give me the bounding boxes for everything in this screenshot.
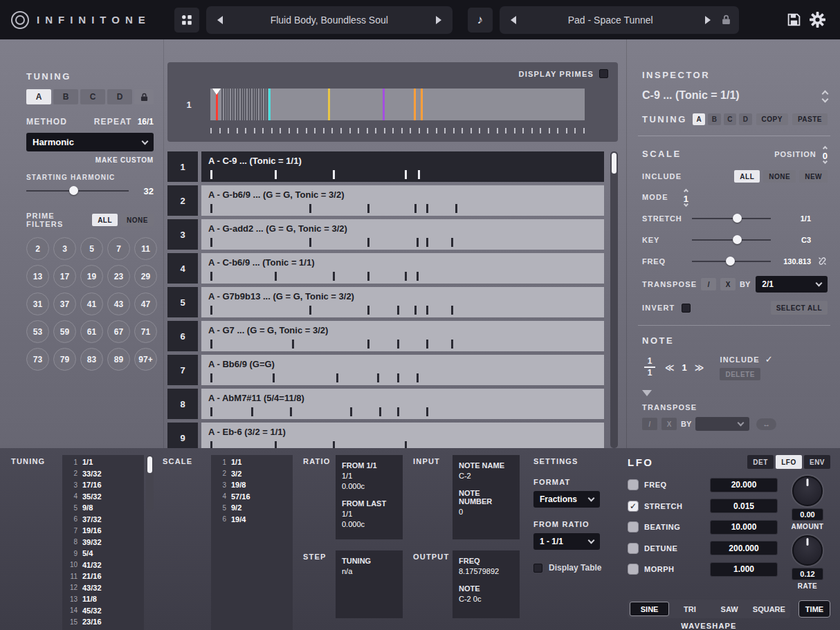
prime-filter-button[interactable]: 17	[53, 265, 76, 288]
scale-row-body[interactable]: A - G-add2 ... (G = G, Tonic = 3/2)	[201, 219, 604, 250]
rate-knob[interactable]	[792, 535, 823, 566]
tuning-preset-next-arrow[interactable]	[425, 16, 453, 24]
fraction-list-item[interactable]: 59/2	[211, 502, 293, 514]
slider-knob[interactable]	[726, 257, 735, 266]
tuning-preset-selector[interactable]: Fluid Body, Boundless Soul	[206, 6, 453, 34]
inspector-tuning-tab-d[interactable]: D	[739, 113, 751, 125]
lfo-detune-value[interactable]: 200.000	[710, 541, 778, 555]
prime-filter-button[interactable]: 73	[26, 348, 49, 371]
from-ratio-select[interactable]: 1 - 1/1	[533, 533, 600, 550]
display-primes-checkbox[interactable]	[599, 69, 608, 78]
note-transpose-divide-button[interactable]: /	[642, 418, 657, 430]
scale-row-number[interactable]: 7	[167, 355, 198, 385]
select-all-button[interactable]: SELECT ALL	[771, 301, 828, 315]
save-preset-button[interactable]	[782, 8, 805, 32]
waveshape-square-button[interactable]: SQUARE	[750, 602, 788, 616]
primes-all-button[interactable]: ALL	[92, 214, 118, 226]
tab-det[interactable]: DET	[747, 455, 774, 469]
note-transpose-by-select[interactable]	[695, 417, 749, 431]
lfo-freq-value[interactable]: 20.000	[710, 478, 778, 492]
transpose-divide-button[interactable]: /	[701, 278, 716, 290]
chevron-up-icon[interactable]	[823, 146, 828, 151]
scale-list-scrollbar[interactable]	[610, 151, 618, 448]
tuning-tab-b[interactable]: B	[53, 89, 78, 104]
harmonic-strip[interactable]	[210, 89, 585, 120]
prime-filter-button[interactable]: 67	[107, 320, 130, 343]
fraction-list-item[interactable]: 59/8	[62, 502, 144, 514]
prime-filter-button[interactable]: 71	[134, 320, 157, 343]
scale-row-body[interactable]: A - AbM7#11 (5/4=11/8)	[201, 389, 604, 419]
transpose-multiply-button[interactable]: X	[720, 278, 736, 290]
note-transpose-multiply-button[interactable]: X	[661, 418, 677, 430]
primes-none-button[interactable]: NONE	[121, 214, 154, 226]
key-slider[interactable]	[692, 234, 771, 245]
selection-stepper[interactable]	[823, 89, 828, 102]
scale-row[interactable]: 7A - Bb6/9 (G=G)	[167, 355, 604, 385]
tuning-list-scrollbar[interactable]	[146, 455, 154, 510]
prime-filter-button[interactable]: 53	[26, 320, 49, 343]
prime-filter-button[interactable]: 11	[134, 237, 157, 260]
invert-checkbox[interactable]	[682, 304, 691, 313]
fraction-list-item[interactable]: 317/16	[62, 479, 144, 491]
prime-filter-button[interactable]: 41	[80, 293, 103, 315]
fraction-list-item[interactable]: 319/8	[211, 479, 293, 491]
scale-row-number[interactable]: 8	[167, 389, 198, 419]
prime-filter-button[interactable]: 61	[80, 320, 103, 343]
rate-value[interactable]: 0.12	[792, 568, 823, 580]
starting-harmonic-slider[interactable]	[26, 185, 129, 196]
scale-row-body[interactable]: A - G7b9b13 ... (G = G, Tonic = 3/2)	[201, 287, 604, 317]
prime-filter-button[interactable]: 2	[26, 237, 49, 260]
tab-lfo[interactable]: LFO	[776, 455, 802, 469]
fraction-list-item[interactable]: 1041/32	[62, 559, 144, 571]
amount-knob[interactable]	[792, 476, 823, 506]
scale-row-number[interactable]: 9	[167, 423, 198, 448]
fraction-list-item[interactable]: 1445/32	[62, 605, 144, 617]
transpose-by-select[interactable]: 2/1	[756, 276, 828, 293]
tuning-tab-c[interactable]: C	[80, 89, 105, 104]
tuning-lock-button[interactable]	[134, 89, 154, 104]
lfo-detune-checkbox[interactable]	[628, 543, 639, 554]
scale-row-number[interactable]: 2	[167, 185, 198, 216]
prime-filter-button[interactable]: 43	[107, 293, 130, 315]
waveshape-sine-button[interactable]: SINE	[630, 602, 669, 616]
time-button[interactable]: TIME	[798, 600, 830, 618]
note-next-button[interactable]: ≫	[695, 362, 704, 373]
copy-button[interactable]: COPY	[756, 113, 788, 125]
sound-preset-next-arrow[interactable]	[694, 16, 722, 24]
sound-browser-button[interactable]: ♪	[468, 8, 493, 33]
scale-row[interactable]: 6A - G7 ... (G = G, Tonic = 3/2)	[167, 321, 604, 351]
fraction-list-item[interactable]: 637/32	[62, 514, 144, 526]
include-all-button[interactable]: ALL	[734, 170, 760, 183]
slider-knob[interactable]	[733, 214, 742, 223]
prime-filter-button[interactable]: 59	[53, 320, 76, 343]
scale-row-body[interactable]: A - Bb6/9 (G=G)	[201, 355, 604, 385]
method-select[interactable]: Harmonic	[26, 133, 154, 151]
scrollbar-thumb[interactable]	[147, 456, 152, 473]
scale-row-body[interactable]: A - G-b6/9 ... (G = G, Tonic = 3/2)	[201, 185, 604, 216]
prime-filter-button[interactable]: 3	[53, 237, 76, 260]
tuning-tab-d[interactable]: D	[107, 89, 132, 104]
amount-value[interactable]: 0.00	[792, 508, 823, 521]
scale-row-number[interactable]: 4	[167, 253, 198, 284]
prime-filter-button[interactable]: 79	[53, 348, 76, 371]
scale-row-body[interactable]: A - G7 ... (G = G, Tonic = 3/2)	[201, 321, 604, 351]
fraction-list-item[interactable]: 23/2	[211, 468, 293, 480]
prime-filter-button[interactable]: 19	[80, 265, 103, 288]
note-include-checkbox[interactable]: ✓	[765, 354, 773, 364]
tuning-tab-a[interactable]: A	[26, 89, 51, 104]
sound-preset-selector[interactable]: Pad - Space Tunnel	[500, 6, 739, 34]
prime-filter-button[interactable]: 89	[107, 348, 130, 371]
note-delete-button[interactable]: DELETE	[720, 368, 760, 380]
fraction-list-item[interactable]: 839/32	[62, 537, 144, 548]
fraction-list-item[interactable]: 1121/16	[62, 571, 144, 582]
stretch-slider[interactable]	[692, 213, 771, 224]
fraction-list-item[interactable]: 1311/8	[62, 593, 144, 605]
scale-row[interactable]: 5A - G7b9b13 ... (G = G, Tonic = 3/2)	[167, 287, 604, 317]
note-prev-button[interactable]: ≪	[665, 362, 675, 373]
prime-filter-button[interactable]: 13	[26, 265, 49, 288]
fraction-list-item[interactable]: 95/4	[62, 548, 144, 559]
prime-filter-button[interactable]: 97+	[134, 348, 157, 371]
include-none-button[interactable]: NONE	[763, 170, 796, 183]
prime-filter-button[interactable]: 31	[26, 293, 49, 315]
paste-button[interactable]: PASTE	[792, 113, 828, 125]
